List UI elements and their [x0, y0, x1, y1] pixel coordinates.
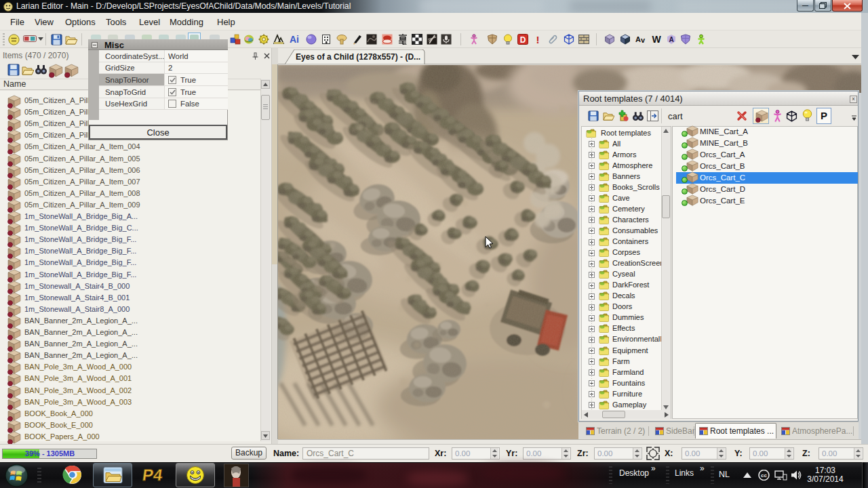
svg-text:!: ! [536, 34, 540, 45]
svg-text:cc: cc [761, 472, 767, 479]
svg-text:D: D [520, 35, 526, 45]
svg-text:A: A [669, 36, 673, 43]
svg-text:A: A [635, 35, 641, 43]
svg-text:W: W [652, 34, 661, 45]
svg-text:P4: P4 [141, 466, 164, 484]
svg-text:v: v [641, 36, 646, 44]
